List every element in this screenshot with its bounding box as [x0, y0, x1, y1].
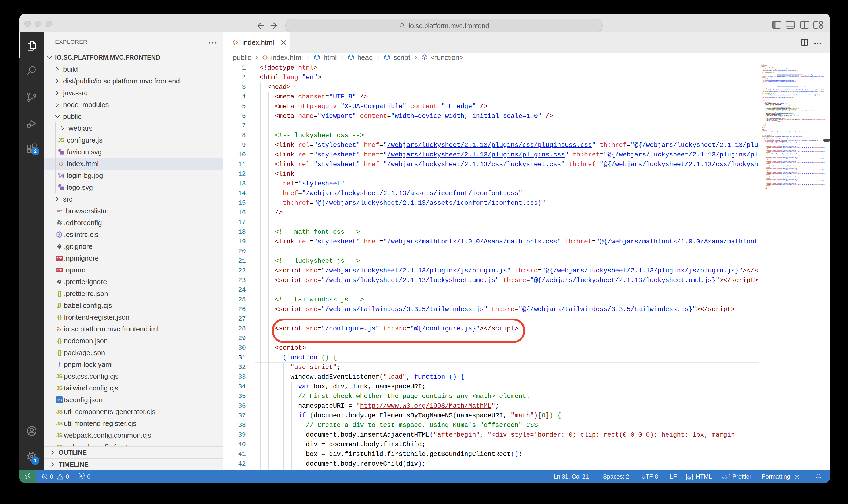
svg-text:}: }: [690, 473, 694, 480]
